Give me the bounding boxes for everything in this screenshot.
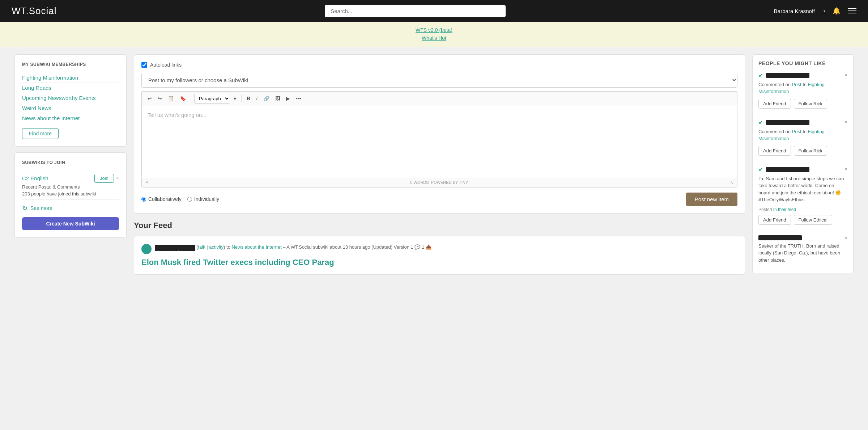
feed-headline[interactable]: Elon Musk fired Twitter execs including … xyxy=(141,258,737,267)
person-1-post-link[interactable]: Post xyxy=(792,82,801,87)
person-1-subwiki-link[interactable]: Fighting Misinformation xyxy=(758,82,825,94)
subwiki-select[interactable]: Post to my followers or choose a SubWiki xyxy=(141,73,737,88)
paragraph-indicator: P xyxy=(145,180,148,185)
person-1-desc: Commented on Post In Fighting Misinforma… xyxy=(758,81,847,95)
chevron-down-icon[interactable]: ▾ xyxy=(231,94,238,103)
autoload-label[interactable]: Autoload links xyxy=(141,62,737,68)
person-2-name xyxy=(766,120,809,125)
person-2-header: ✔ xyxy=(758,119,847,126)
sidebar-item-long-reads[interactable]: Long Reads xyxy=(22,83,119,93)
sidebar-item-weird-news[interactable]: Weird News xyxy=(22,103,119,113)
banner-link-hot[interactable]: What's Hot xyxy=(4,34,864,42)
subwikis-to-join-section: SUBWIKIS TO JOIN C2 English Join × Recen… xyxy=(14,152,127,238)
add-friend-2-button[interactable]: Add Friend xyxy=(758,146,791,156)
resize-handle-icon[interactable]: ⤡ xyxy=(730,180,733,185)
editor-footer: P 0 WORDS POWERED BY TINY ⤡ xyxy=(141,178,737,187)
video-button[interactable]: ▶ xyxy=(284,94,292,103)
person-2-post-link[interactable]: Post xyxy=(792,129,801,134)
feed-user-name: ████████████ xyxy=(155,245,195,250)
person-card-3: × ✔ I'm Sam and I share simple steps we … xyxy=(758,166,847,230)
word-count: 0 WORDS POWERED BY TINY xyxy=(410,180,468,185)
person-3-posted-line: Posted In their feed xyxy=(758,207,847,212)
paragraph-select[interactable]: Paragraph xyxy=(194,94,230,104)
refresh-icon[interactable]: ↻ xyxy=(22,204,27,212)
follow-ethical-button[interactable]: Follow Ethical xyxy=(794,215,832,225)
feed-item: ████████████ (talk | activity) to News a… xyxy=(134,236,745,275)
post-area: Autoload links Post to my followers or c… xyxy=(134,54,745,214)
radio-group: Collaboratively Individually xyxy=(141,196,219,202)
right-sidebar-title: PEOPLE YOU MIGHT LIKE xyxy=(758,60,847,66)
person-card-2: × ✔ Commented on Post In Fighting Misinf… xyxy=(758,119,847,161)
individually-radio[interactable] xyxy=(187,197,192,202)
dismiss-subwiki-icon[interactable]: × xyxy=(116,175,119,181)
people-you-might-like-section: PEOPLE YOU MIGHT LIKE × ✔ Commented on P… xyxy=(752,54,854,274)
join-actions: Join × xyxy=(94,174,119,183)
header-right: Barbara Krasnoff ▾ 🔔 xyxy=(774,7,856,15)
follow-rick-1-button[interactable]: Follow Rick xyxy=(794,99,827,109)
my-subwikis-title: MY SUBWIKI MEMBERSHIPS xyxy=(22,62,119,67)
search-input[interactable] xyxy=(325,5,506,17)
redo-button[interactable]: ↪ xyxy=(156,94,164,103)
person-3-actions: Add Friend Follow Ethical xyxy=(758,215,847,225)
editor-body[interactable]: Tell us what's going on... xyxy=(141,106,737,178)
left-sidebar: MY SUBWIKI MEMBERSHIPS Fighting Misinfor… xyxy=(14,54,127,275)
link-button[interactable]: 🔗 xyxy=(261,94,272,103)
hamburger-menu[interactable] xyxy=(848,8,856,13)
person-card-4: × Seeker of the TRUTH. Born and raised l… xyxy=(758,235,847,264)
dismiss-person-3-icon[interactable]: × xyxy=(844,166,847,172)
editor-placeholder: Tell us what's going on... xyxy=(148,112,207,118)
talk-link[interactable]: talk xyxy=(198,244,205,250)
follow-rick-2-button[interactable]: Follow Rick xyxy=(794,146,827,156)
activity-link[interactable]: activity xyxy=(209,244,224,250)
find-more-button[interactable]: Find more xyxy=(22,128,59,139)
banner-link-v2[interactable]: WTS v2.0 (beta) xyxy=(4,26,864,34)
person-2-subwiki-link[interactable]: Fighting Misinformation xyxy=(758,129,825,142)
subwiki-count: 203 people have joined this subwiki xyxy=(22,191,119,197)
join-button[interactable]: Join xyxy=(94,174,114,183)
autoload-checkbox[interactable] xyxy=(141,62,147,68)
image-button[interactable]: 🖼 xyxy=(273,94,282,103)
toolbar-divider-2 xyxy=(241,95,242,102)
collaboratively-radio-label[interactable]: Collaboratively xyxy=(141,196,182,202)
right-sidebar: PEOPLE YOU MIGHT LIKE × ✔ Commented on P… xyxy=(752,54,854,275)
avatar xyxy=(141,244,152,254)
more-options-button[interactable]: ••• xyxy=(294,94,303,103)
person-card-1: × ✔ Commented on Post In Fighting Misinf… xyxy=(758,72,847,114)
create-subwiki-button[interactable]: Create New SubWiki xyxy=(22,217,119,230)
see-more-area: ↻ See more xyxy=(22,204,119,212)
paste-button[interactable]: 📋 xyxy=(166,94,176,103)
verified-badge-2-icon: ✔ xyxy=(758,119,763,126)
sidebar-item-news-internet[interactable]: News about the Internet xyxy=(22,113,119,123)
dismiss-person-4-icon[interactable]: × xyxy=(844,235,847,241)
dismiss-person-1-icon[interactable]: × xyxy=(844,72,847,78)
collaboratively-radio[interactable] xyxy=(141,197,146,202)
bold-button[interactable]: B xyxy=(244,94,252,103)
bookmark-button[interactable]: 🔖 xyxy=(178,94,188,103)
my-subwikis-section: MY SUBWIKI MEMBERSHIPS Fighting Misinfor… xyxy=(14,54,127,147)
user-name: Barbara Krasnoff xyxy=(774,8,815,14)
add-friend-1-button[interactable]: Add Friend xyxy=(758,99,791,109)
post-new-item-button[interactable]: Post new item xyxy=(686,193,737,206)
dismiss-person-2-icon[interactable]: × xyxy=(844,119,847,125)
person-1-actions: Add Friend Follow Rick xyxy=(758,99,847,109)
sidebar-item-upcoming-newsworthy[interactable]: Upcoming Newsworthy Events xyxy=(22,93,119,103)
individually-radio-label[interactable]: Individually xyxy=(187,196,219,202)
see-more-link[interactable]: See more xyxy=(30,205,52,211)
banner: WTS v2.0 (beta) What's Hot xyxy=(0,22,868,47)
sidebar-item-fighting-misinformation[interactable]: Fighting Misinformation xyxy=(22,73,119,83)
user-dropdown-icon[interactable]: ▾ xyxy=(824,9,825,13)
subwiki-meta: Recent Posts: & Comments xyxy=(22,184,119,190)
add-friend-3-button[interactable]: Add Friend xyxy=(758,215,791,225)
subwiki-join-name: C2 English xyxy=(22,175,48,181)
notification-bell-icon[interactable]: 🔔 xyxy=(833,7,841,15)
person-2-desc: Commented on Post In Fighting Misinforma… xyxy=(758,128,847,142)
undo-button[interactable]: ↩ xyxy=(145,94,154,103)
person-3-name xyxy=(766,167,809,172)
logo: WT.Social xyxy=(12,5,57,17)
subwiki-link[interactable]: News about the Internet xyxy=(231,244,281,250)
person-4-desc: Seeker of the TRUTH. Born and raised loc… xyxy=(758,243,847,264)
verified-badge-3-icon: ✔ xyxy=(758,166,763,173)
italic-button[interactable]: I xyxy=(254,94,260,103)
person-3-their-feed-link[interactable]: In their feed xyxy=(773,207,796,212)
post-actions: Collaboratively Individually Post new it… xyxy=(141,193,737,206)
